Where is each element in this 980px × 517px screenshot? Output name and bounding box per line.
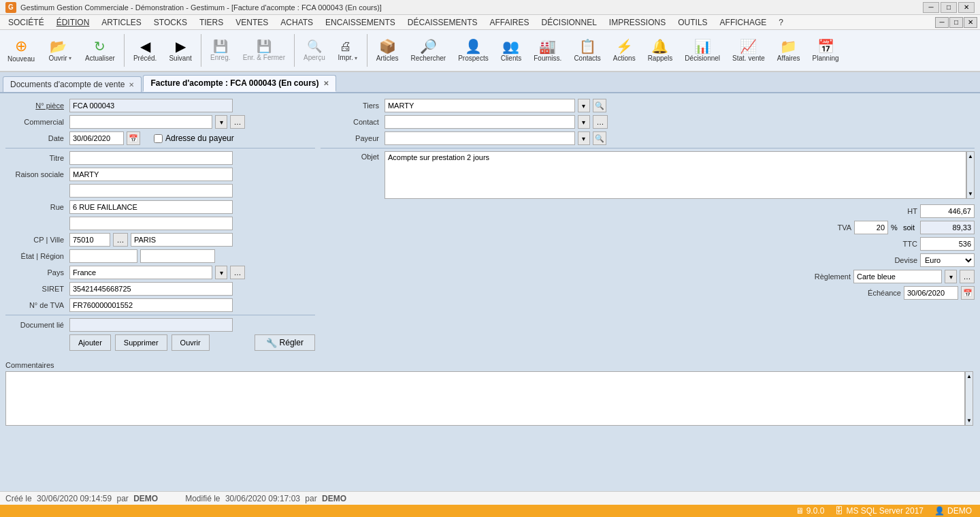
actions-button[interactable]: ⚡ Actions: [608, 32, 640, 69]
contacts-button[interactable]: 📋 Contacts: [569, 32, 605, 69]
supprimer-button[interactable]: Supprimer: [115, 334, 167, 351]
tab-documents-acompte-close[interactable]: ✕: [129, 81, 134, 89]
commercial-combo-btn[interactable]: ▾: [215, 115, 227, 129]
objet-scrolldown-btn[interactable]: ▼: [968, 191, 973, 197]
planning-button[interactable]: 📅 Planning: [808, 32, 844, 69]
enr-fermer-button[interactable]: 💾 Enr. & Fermer: [238, 32, 290, 69]
menu-decisionnel[interactable]: DÉCISIONNEL: [536, 16, 602, 29]
tab-facture-acompte[interactable]: Facture d'acompte : FCA 000043 (En cours…: [143, 75, 336, 92]
rechercher-button[interactable]: 🔎 Rechercher: [406, 32, 451, 69]
maximize-button[interactable]: □: [941, 2, 957, 13]
tva-input[interactable]: [69, 298, 233, 312]
minimize-button[interactable]: ─: [923, 2, 939, 13]
decisionnel-button[interactable]: 📊 Décisionnel: [680, 32, 725, 69]
close-button[interactable]: ✕: [958, 2, 975, 13]
pays-input[interactable]: [69, 266, 212, 279]
contact-combo-btn[interactable]: ▾: [578, 115, 590, 129]
menu-affichage[interactable]: AFFICHAGE: [715, 16, 772, 29]
impr-button[interactable]: 🖨 Impr. ▾: [333, 32, 363, 69]
ht-input[interactable]: [920, 204, 975, 218]
menu-achats[interactable]: ACHATS: [275, 16, 318, 29]
contact-ellipsis-btn[interactable]: …: [593, 115, 608, 129]
ouvrir-button[interactable]: 📂 Ouvrir ▾: [42, 32, 78, 69]
payeur-search-btn[interactable]: 🔍: [593, 131, 606, 145]
menu-stocks[interactable]: STOCKS: [148, 16, 193, 29]
menu-help[interactable]: ?: [773, 16, 789, 29]
menu-articles[interactable]: ARTICLES: [96, 16, 146, 29]
menu-impressions[interactable]: IMPRESSIONS: [604, 16, 671, 29]
reglement-combo-btn[interactable]: ▾: [945, 270, 957, 283]
document-lie-input[interactable]: [69, 318, 233, 332]
menu-encaissements[interactable]: ENCAISSEMENTS: [320, 16, 401, 29]
inner-close-button[interactable]: ✕: [964, 17, 977, 28]
tiers-combo-btn[interactable]: ▾: [578, 99, 590, 112]
clients-button[interactable]: 👥 Clients: [496, 32, 527, 69]
menu-societe[interactable]: SOCIÉTÉ: [3, 16, 50, 29]
cp-ellipsis-btn[interactable]: …: [113, 233, 128, 247]
tiers-input[interactable]: [385, 99, 575, 112]
siret-input[interactable]: [69, 282, 233, 296]
apercu-button[interactable]: 🔍 Aperçu: [299, 32, 330, 69]
pays-ellipsis-btn[interactable]: …: [230, 266, 245, 279]
commentaires-textarea[interactable]: [5, 371, 965, 426]
title-bar-controls[interactable]: ─ □ ✕: [923, 2, 975, 13]
payeur-combo-btn[interactable]: ▾: [578, 131, 590, 145]
ouvrir-doc-button[interactable]: Ouvrir: [172, 334, 210, 351]
articles-button[interactable]: 📦 Articles: [372, 32, 404, 69]
fourniss-button[interactable]: 🏭 Fourniss.: [529, 32, 566, 69]
tiers-search-btn[interactable]: 🔍: [593, 99, 606, 112]
affaires-button[interactable]: 📁 Affaires: [772, 32, 805, 69]
tab-documents-acompte[interactable]: Documents d'acompte de vente ✕: [3, 76, 142, 92]
ajouter-button[interactable]: Ajouter: [69, 334, 111, 351]
menu-decaissements[interactable]: DÉCAISSEMENTS: [402, 16, 483, 29]
menu-tiers[interactable]: TIERS: [194, 16, 229, 29]
preced-button[interactable]: ◀ Précéd.: [129, 32, 161, 69]
region-input[interactable]: [140, 249, 215, 263]
date-cal-btn[interactable]: 📅: [127, 131, 140, 145]
inner-restore-button[interactable]: □: [949, 17, 963, 28]
ttc-input[interactable]: [920, 237, 975, 251]
commercial-ellipsis-btn[interactable]: …: [230, 115, 245, 129]
payeur-input[interactable]: [385, 131, 575, 145]
commercial-input[interactable]: [69, 115, 212, 129]
raison-sociale-2-input[interactable]: [69, 184, 233, 198]
prospects-button[interactable]: 👤 Prospects: [453, 32, 493, 69]
etat-input[interactable]: [69, 249, 137, 263]
statvente-button[interactable]: 📈 Stat. vente: [728, 32, 770, 69]
menu-ventes[interactable]: VENTES: [230, 16, 274, 29]
rappels-button[interactable]: 🔔 Rappels: [643, 32, 678, 69]
menu-outils[interactable]: OUTILS: [672, 16, 713, 29]
comments-scrolldown-btn[interactable]: ▼: [966, 418, 972, 424]
objet-scrollup-btn[interactable]: ▲: [968, 153, 973, 159]
menu-affaires[interactable]: AFFAIRES: [484, 16, 534, 29]
tab-facture-acompte-close[interactable]: ✕: [323, 80, 329, 87]
reglement-ellipsis-btn[interactable]: …: [960, 270, 975, 283]
numero-piece-input[interactable]: [69, 99, 233, 112]
actualiser-button[interactable]: ↻ Actualiser: [80, 32, 120, 69]
rue-input[interactable]: [69, 200, 233, 214]
menu-edition[interactable]: ÉDITION: [51, 16, 95, 29]
pays-combo-btn[interactable]: ▾: [215, 266, 227, 279]
rue-2-input[interactable]: [69, 217, 233, 230]
raison-sociale-input[interactable]: [69, 168, 233, 181]
inner-minimize-button[interactable]: ─: [935, 17, 949, 28]
regler-button[interactable]: 🔧 Régler: [255, 334, 315, 351]
adresse-payeur-checkbox[interactable]: [154, 134, 163, 143]
inner-window-controls[interactable]: ─ □ ✕: [935, 17, 977, 28]
comments-scrollup-btn[interactable]: ▲: [966, 373, 972, 379]
contact-input[interactable]: [385, 115, 575, 129]
date-input[interactable]: [69, 131, 124, 145]
suivant-button[interactable]: ▶ Suivant: [164, 32, 196, 69]
tva-pct-input[interactable]: [854, 221, 888, 234]
objet-textarea[interactable]: [385, 151, 966, 199]
cp-input[interactable]: [69, 233, 110, 247]
titre-input[interactable]: [69, 151, 233, 165]
ville-input[interactable]: [131, 233, 233, 247]
echeance-cal-btn[interactable]: 📅: [961, 286, 975, 300]
tva-soit-input[interactable]: [920, 221, 975, 234]
reglement-input[interactable]: [853, 270, 942, 283]
enreg-button[interactable]: 💾 Enreg.: [206, 32, 235, 69]
nouveau-button[interactable]: ⊕ Nouveau: [3, 32, 39, 69]
devise-select[interactable]: Euro: [920, 253, 975, 267]
echeance-input[interactable]: [904, 286, 958, 300]
